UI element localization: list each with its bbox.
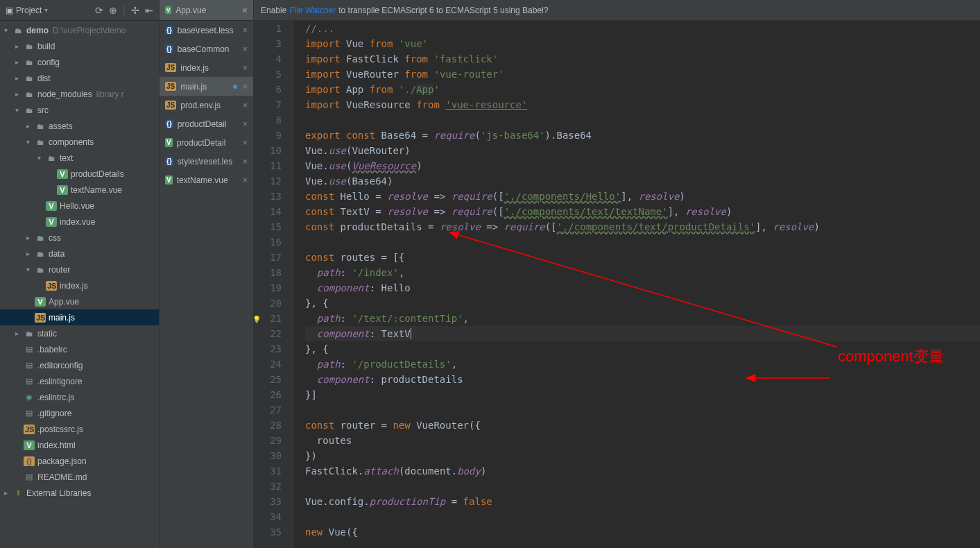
tree-item[interactable]: ▸🖿assets: [0, 118, 159, 134]
close-icon[interactable]: ×: [243, 138, 248, 148]
code-line[interactable]: [305, 509, 980, 524]
line-number[interactable]: 23: [254, 341, 282, 357]
line-number[interactable]: 14: [254, 204, 282, 219]
editor-tab[interactable]: JSprod.env.js×: [160, 96, 253, 114]
code-line[interactable]: Vue.use(VueRouter): [305, 143, 980, 158]
close-icon[interactable]: ×: [243, 119, 248, 129]
close-icon[interactable]: ×: [243, 44, 248, 54]
line-number[interactable]: 6: [254, 82, 282, 97]
line-number[interactable]: 3: [254, 36, 282, 51]
close-icon[interactable]: ×: [243, 26, 248, 35]
expand-arrow-icon[interactable]: ▸: [15, 58, 24, 66]
line-number[interactable]: 16: [254, 234, 282, 250]
line-number[interactable]: 19: [254, 280, 282, 296]
line-number[interactable]: 12: [254, 173, 282, 189]
project-tree[interactable]: ▾🖿demoD:\vueProject\demo▸🖿build▸🖿config▸…: [0, 21, 159, 548]
line-number[interactable]: 15: [254, 219, 282, 234]
settings-icon[interactable]: ✢: [131, 5, 139, 16]
sync-icon[interactable]: ⟳: [95, 5, 103, 16]
tree-item[interactable]: JS.postcssrc.js: [0, 421, 159, 437]
expand-arrow-icon[interactable]: ▸: [26, 122, 35, 130]
code-line[interactable]: Vue.use(Base64): [305, 173, 980, 189]
dropdown-icon[interactable]: ▾: [44, 6, 48, 14]
expand-arrow-icon[interactable]: ▸: [15, 42, 24, 50]
target-icon[interactable]: ⊕: [109, 5, 117, 16]
line-number[interactable]: 26: [254, 387, 282, 402]
line-number[interactable]: 11: [254, 158, 282, 173]
code-line[interactable]: Vue.use(VueResource): [305, 158, 980, 173]
tree-item[interactable]: ▸🖿config: [0, 54, 159, 70]
gutter[interactable]: 1345678910111213141516171819202122232425…: [254, 21, 294, 548]
code-line[interactable]: import FastClick from 'fastclick': [305, 51, 980, 67]
line-number[interactable]: 24: [254, 357, 282, 372]
expand-arrow-icon[interactable]: ▾: [37, 154, 46, 162]
code-line[interactable]: }): [305, 448, 980, 463]
line-number[interactable]: 18: [254, 265, 282, 280]
line-number[interactable]: 35: [254, 524, 282, 540]
tree-item[interactable]: ▾🖿demoD:\vueProject\demo: [0, 22, 159, 38]
tree-item[interactable]: ▸🖿build: [0, 38, 159, 54]
tree-item[interactable]: ▤.editorconfig: [0, 357, 159, 373]
editor-tab[interactable]: JSmain.js×: [160, 77, 253, 96]
editor-tab[interactable]: {}styles\reset.les×: [160, 152, 253, 171]
code-line[interactable]: [305, 402, 980, 418]
close-icon[interactable]: ×: [243, 63, 248, 73]
line-number[interactable]: 30: [254, 448, 282, 463]
line-number[interactable]: 31: [254, 463, 282, 479]
editor-body[interactable]: 1345678910111213141516171819202122232425…: [254, 21, 980, 548]
tree-item[interactable]: JSindex.js: [0, 277, 159, 293]
tree-item[interactable]: ▤.gitignore: [0, 405, 159, 421]
line-number[interactable]: 8: [254, 112, 282, 128]
tree-item[interactable]: ▸🖿static: [0, 325, 159, 341]
tree-item[interactable]: ▾🖿router: [0, 262, 159, 277]
tree-item[interactable]: ▸🖿node_moduleslibrary r: [0, 86, 159, 102]
tree-item[interactable]: VproductDetails: [0, 166, 159, 182]
code-line[interactable]: [305, 234, 980, 250]
expand-arrow-icon[interactable]: ▸: [15, 329, 24, 337]
code-line[interactable]: FastClick.attach(document.body): [305, 463, 980, 479]
line-number[interactable]: 17: [254, 250, 282, 265]
tree-item[interactable]: VHello.vue: [0, 198, 159, 214]
code-line[interactable]: //...: [305, 21, 980, 36]
tree-item[interactable]: ▤.babelrc: [0, 341, 159, 357]
code-area[interactable]: //...import Vue from 'vue'import FastCli…: [294, 21, 980, 548]
tree-item[interactable]: {}package.json: [0, 453, 159, 469]
expand-arrow-icon[interactable]: ▾: [4, 26, 12, 34]
editor-tab[interactable]: {}baseCommon×: [160, 40, 253, 58]
line-number[interactable]: 33: [254, 494, 282, 509]
code-line[interactable]: export const Base64 = require('js-base64…: [305, 128, 980, 143]
code-line[interactable]: component: Hello: [305, 280, 980, 296]
code-line[interactable]: import App from './App': [305, 82, 980, 97]
code-line[interactable]: import VueResource from 'vue-resource': [305, 97, 980, 112]
code-line[interactable]: [305, 479, 980, 494]
line-number[interactable]: 5: [254, 67, 282, 82]
line-number[interactable]: 13: [254, 189, 282, 204]
expand-arrow-icon[interactable]: ▸: [26, 234, 35, 241]
close-icon[interactable]: ×: [243, 82, 248, 92]
file-watcher-link[interactable]: File Watcher: [289, 6, 336, 15]
tab-top[interactable]: V App.vue ×: [160, 0, 253, 21]
expand-arrow-icon[interactable]: ▾: [15, 106, 24, 114]
tree-item[interactable]: ▸⫴External Libraries: [0, 485, 159, 501]
line-number[interactable]: 28: [254, 418, 282, 433]
editor-tab[interactable]: {}productDetail×: [160, 114, 253, 133]
line-number[interactable]: 10: [254, 143, 282, 158]
code-line[interactable]: new Vue({: [305, 524, 980, 540]
code-line[interactable]: import Vue from 'vue': [305, 36, 980, 51]
line-number[interactable]: 25: [254, 372, 282, 387]
collapse-icon[interactable]: ⇤: [145, 5, 153, 16]
line-number[interactable]: 1: [254, 21, 282, 36]
code-line[interactable]: component: productDetails: [305, 372, 980, 387]
expand-arrow-icon[interactable]: ▾: [26, 138, 35, 146]
tree-item[interactable]: Vindex.html: [0, 437, 159, 453]
line-number[interactable]: 7: [254, 97, 282, 112]
tree-item[interactable]: ▸🖿data: [0, 246, 159, 262]
code-line[interactable]: path: '/productDetails',: [305, 357, 980, 372]
editor-tab[interactable]: VproductDetail×: [160, 133, 253, 152]
tree-item[interactable]: Vindex.vue: [0, 214, 159, 230]
tree-item[interactable]: ◉.eslintrc.js: [0, 389, 159, 405]
line-number[interactable]: 9: [254, 128, 282, 143]
code-line[interactable]: Vue.config.productionTip = false: [305, 494, 980, 509]
line-number[interactable]: 21: [254, 311, 282, 326]
code-line[interactable]: }, {: [305, 341, 980, 357]
